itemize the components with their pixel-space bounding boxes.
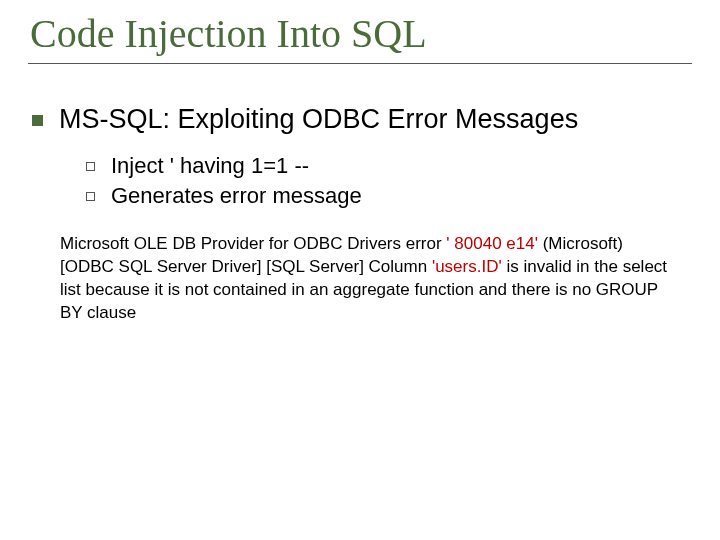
error-code: ' 80040 e14' — [446, 234, 538, 253]
hollow-square-bullet-icon — [86, 162, 95, 171]
error-message-paragraph: Microsoft OLE DB Provider for ODBC Drive… — [60, 233, 680, 325]
para-text: Microsoft OLE DB Provider for ODBC Drive… — [60, 234, 446, 253]
title-divider — [28, 63, 692, 64]
square-bullet-icon — [32, 115, 43, 126]
column-name: 'users.ID' — [432, 257, 502, 276]
bullet-level2: Inject ' having 1=1 -- — [86, 153, 690, 179]
slide: Code Injection Into SQL MS-SQL: Exploiti… — [0, 0, 720, 540]
bullet-level1-text: MS-SQL: Exploiting ODBC Error Messages — [59, 104, 578, 135]
bullet-level1: MS-SQL: Exploiting ODBC Error Messages — [32, 104, 690, 135]
slide-title: Code Injection Into SQL — [30, 10, 690, 57]
bullet-level2-text: Generates error message — [111, 183, 362, 209]
bullet-level2: Generates error message — [86, 183, 690, 209]
bullet-level2-group: Inject ' having 1=1 -- Generates error m… — [86, 153, 690, 209]
bullet-level2-text: Inject ' having 1=1 -- — [111, 153, 309, 179]
hollow-square-bullet-icon — [86, 192, 95, 201]
